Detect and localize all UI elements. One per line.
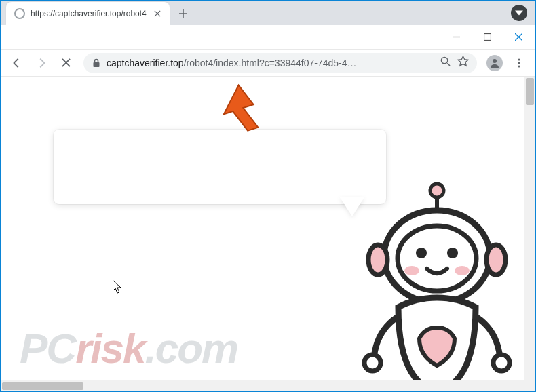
watermark-text: PCrisk.com (20, 324, 237, 372)
profile-button[interactable] (484, 52, 505, 74)
speech-bubble (54, 130, 386, 204)
svg-point-7 (430, 184, 444, 197)
tab-favicon (14, 8, 25, 19)
browser-window: https://captchaverifier.top/robot4 (0, 0, 536, 392)
svg-point-14 (447, 248, 458, 258)
svg-point-16 (455, 266, 470, 275)
page-viewport: PCrisk.com (1, 77, 535, 391)
horizontal-scroll-thumb[interactable] (2, 382, 83, 390)
search-icon[interactable] (440, 56, 451, 69)
search-tabs-button[interactable] (511, 5, 527, 21)
menu-button[interactable] (508, 52, 530, 74)
lock-icon[interactable] (92, 58, 101, 68)
minimize-button[interactable] (440, 26, 472, 48)
svg-rect-1 (94, 62, 100, 67)
url-text: captchaverifier.top/robot4/index.html?c=… (107, 58, 357, 68)
browser-toolbar: captchaverifier.top/robot4/index.html?c=… (1, 50, 535, 77)
url-host: captchaverifier.top (107, 58, 184, 68)
svg-point-3 (493, 59, 497, 63)
svg-point-6 (518, 65, 520, 67)
tab-strip: https://captchaverifier.top/robot4 (1, 1, 535, 25)
svg-point-17 (364, 355, 381, 371)
svg-point-18 (493, 355, 510, 371)
svg-point-10 (368, 245, 387, 275)
tab-title: https://captchaverifier.top/robot4 (31, 9, 147, 18)
browser-tab[interactable]: https://captchaverifier.top/robot4 (6, 2, 170, 25)
svg-point-11 (486, 245, 505, 275)
back-button[interactable] (6, 52, 28, 74)
star-bookmark-icon[interactable] (457, 56, 469, 70)
svg-point-13 (416, 248, 427, 258)
close-tab-icon[interactable] (152, 8, 163, 19)
svg-point-4 (518, 58, 520, 60)
watermark-risk: risk (75, 325, 145, 372)
svg-point-5 (518, 62, 520, 64)
watermark-suffix: .com (145, 325, 237, 372)
url-path: /robot4/index.html?c=33944f07-74d5-4… (184, 58, 357, 68)
address-bar[interactable]: captchaverifier.top/robot4/index.html?c=… (83, 53, 477, 73)
window-titlebar (1, 25, 535, 50)
svg-point-12 (398, 226, 476, 291)
vertical-scroll-thumb[interactable] (526, 78, 534, 105)
maximize-button[interactable] (472, 26, 503, 48)
pointer-arrow-annotation (216, 82, 271, 136)
window-close-button[interactable] (503, 26, 534, 48)
omnibox-actions (440, 56, 469, 70)
svg-rect-0 (484, 34, 491, 41)
horizontal-scrollbar[interactable] (1, 380, 524, 391)
mouse-cursor-icon (113, 280, 123, 294)
vertical-scrollbar[interactable] (524, 77, 535, 391)
forward-button[interactable] (31, 52, 52, 74)
svg-point-2 (441, 57, 447, 63)
avatar-icon (486, 55, 503, 71)
robot-illustration (359, 178, 515, 391)
svg-point-15 (404, 266, 419, 275)
watermark-prefix: PC (20, 325, 75, 372)
stop-reload-button[interactable] (55, 52, 77, 74)
new-tab-button[interactable] (174, 4, 193, 23)
